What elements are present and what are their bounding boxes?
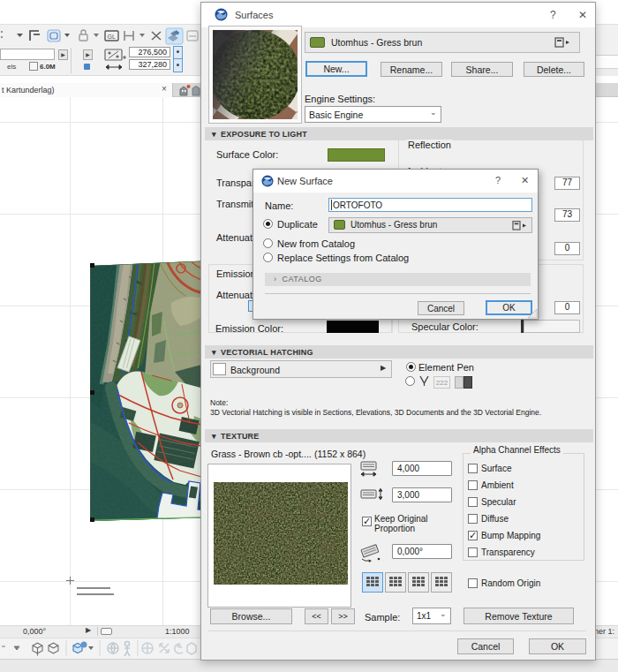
svg-text:GL: GL: [108, 34, 116, 40]
